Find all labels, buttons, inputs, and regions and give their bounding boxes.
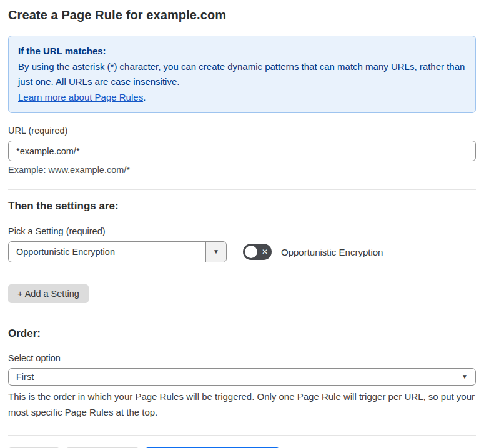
url-matches-info-box: If the URL matches: By using the asteris… [8,36,476,113]
setting-select-arrow-button[interactable]: ▼ [205,242,226,262]
url-input[interactable] [8,141,476,161]
page-title: Create a Page Rule for example.com [8,7,476,22]
footer-divider [8,435,476,436]
info-box-link-line: Learn more about Page Rules. [18,90,466,106]
info-box-body: By using the asterisk (*) character, you… [18,59,466,90]
learn-more-link[interactable]: Learn more about Page Rules [18,92,143,102]
settings-section-divider [8,314,476,314]
setting-select-value: Opportunistic Encryption [9,242,205,262]
url-section-divider [8,189,476,190]
url-field-label: URL (required) [8,126,476,136]
settings-section-heading: Then the settings are: [8,200,476,212]
url-example-helper: Example: www.example.com/* [8,165,476,176]
chevron-down-icon: ▼ [213,249,219,255]
order-select-label: Select option [8,353,476,364]
toggle-label: Opportunistic Encryption [281,247,383,257]
title-divider [8,29,476,29]
order-helper-text: This is the order in which your Page Rul… [8,389,475,420]
create-page-rule-panel: Create a Page Rule for example.com If th… [0,7,484,448]
link-suffix: . [143,92,146,102]
toggle-knob [245,246,257,258]
toggle-off-x-icon: ✕ [262,244,268,260]
order-select[interactable]: First ▼ [8,368,476,386]
setting-row: Opportunistic Encryption ▼ ✕ Opportunist… [8,241,476,262]
info-box-heading: If the URL matches: [18,44,466,59]
setting-select[interactable]: Opportunistic Encryption ▼ [8,241,227,262]
order-section-heading: Order: [8,327,476,340]
chevron-down-icon: ▼ [462,374,468,380]
order-select-value: First [16,372,462,382]
add-setting-button[interactable]: + Add a Setting [8,284,89,303]
pick-setting-label: Pick a Setting (required) [8,226,476,237]
opportunistic-encryption-toggle[interactable]: ✕ [243,244,272,260]
